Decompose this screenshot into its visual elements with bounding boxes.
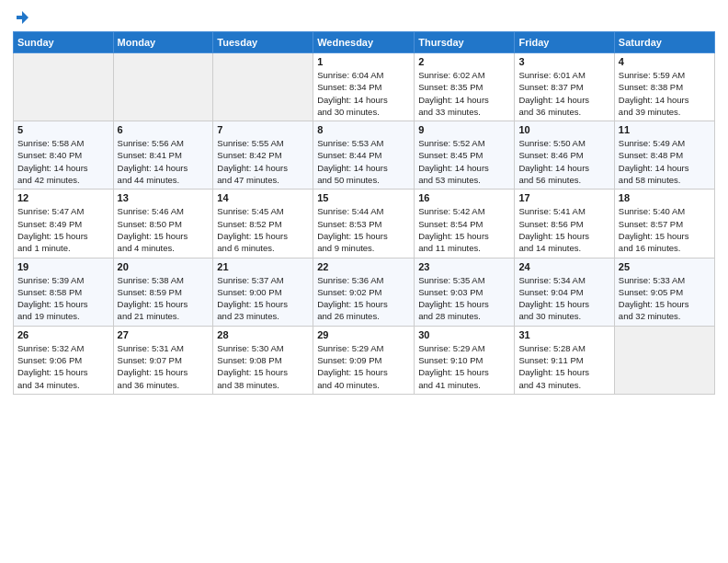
- day-number: 7: [217, 124, 309, 135]
- calendar-cell: 19Sunrise: 5:39 AMSunset: 8:58 PMDayligh…: [14, 258, 114, 326]
- day-info: Sunrise: 5:56 AMSunset: 8:41 PMDaylight:…: [118, 137, 210, 186]
- day-info: Sunrise: 5:41 AMSunset: 8:56 PMDaylight:…: [518, 205, 609, 254]
- day-number: 4: [619, 56, 711, 67]
- week-row-1: 1Sunrise: 6:04 AMSunset: 8:34 PMDaylight…: [14, 53, 715, 121]
- day-info: Sunrise: 5:28 AMSunset: 9:11 PMDaylight:…: [518, 342, 609, 391]
- weekday-header-monday: Monday: [113, 32, 213, 53]
- calendar-cell: 12Sunrise: 5:47 AMSunset: 8:49 PMDayligh…: [14, 190, 114, 258]
- day-info: Sunrise: 5:31 AMSunset: 9:07 PMDaylight:…: [118, 342, 210, 391]
- calendar-cell: 14Sunrise: 5:45 AMSunset: 8:52 PMDayligh…: [213, 190, 313, 258]
- day-info: Sunrise: 5:46 AMSunset: 8:50 PMDaylight:…: [118, 205, 210, 254]
- day-number: 20: [118, 261, 210, 272]
- calendar-cell: 23Sunrise: 5:35 AMSunset: 9:03 PMDayligh…: [415, 258, 515, 326]
- day-number: 14: [217, 192, 309, 203]
- day-info: Sunrise: 5:44 AMSunset: 8:53 PMDaylight:…: [317, 205, 410, 254]
- calendar-cell: 2Sunrise: 6:02 AMSunset: 8:35 PMDaylight…: [415, 53, 515, 121]
- day-info: Sunrise: 5:32 AMSunset: 9:06 PMDaylight:…: [17, 342, 109, 391]
- day-number: 6: [118, 124, 210, 135]
- day-number: 17: [518, 192, 609, 203]
- calendar-cell: [614, 326, 714, 394]
- calendar-cell: 31Sunrise: 5:28 AMSunset: 9:11 PMDayligh…: [515, 326, 614, 394]
- day-info: Sunrise: 5:49 AMSunset: 8:48 PMDaylight:…: [619, 137, 711, 186]
- day-info: Sunrise: 5:37 AMSunset: 9:00 PMDaylight:…: [217, 274, 309, 323]
- calendar-cell: 3Sunrise: 6:01 AMSunset: 8:37 PMDaylight…: [515, 53, 614, 121]
- calendar-cell: 6Sunrise: 5:56 AMSunset: 8:41 PMDaylight…: [113, 121, 213, 190]
- week-row-3: 12Sunrise: 5:47 AMSunset: 8:49 PMDayligh…: [14, 190, 715, 258]
- day-info: Sunrise: 5:55 AMSunset: 8:42 PMDaylight:…: [217, 137, 309, 186]
- calendar-cell: 26Sunrise: 5:32 AMSunset: 9:06 PMDayligh…: [14, 326, 114, 394]
- week-row-2: 5Sunrise: 5:58 AMSunset: 8:40 PMDaylight…: [14, 121, 715, 190]
- day-number: 21: [217, 261, 309, 272]
- day-info: Sunrise: 5:35 AMSunset: 9:03 PMDaylight:…: [418, 274, 510, 323]
- calendar-cell: 10Sunrise: 5:50 AMSunset: 8:46 PMDayligh…: [515, 121, 614, 190]
- day-number: 10: [518, 124, 609, 135]
- calendar-cell: 16Sunrise: 5:42 AMSunset: 8:54 PMDayligh…: [415, 190, 515, 258]
- weekday-header-sunday: Sunday: [14, 32, 114, 53]
- calendar-cell: 20Sunrise: 5:38 AMSunset: 8:59 PMDayligh…: [113, 258, 213, 326]
- weekday-header-friday: Friday: [515, 32, 614, 53]
- day-info: Sunrise: 5:47 AMSunset: 8:49 PMDaylight:…: [17, 205, 109, 254]
- calendar-cell: 28Sunrise: 5:30 AMSunset: 9:08 PMDayligh…: [213, 326, 313, 394]
- day-number: 24: [518, 261, 609, 272]
- weekday-header-row: SundayMondayTuesdayWednesdayThursdayFrid…: [14, 32, 715, 53]
- day-info: Sunrise: 5:33 AMSunset: 9:05 PMDaylight:…: [619, 274, 711, 323]
- day-number: 11: [619, 124, 711, 135]
- weekday-header-thursday: Thursday: [415, 32, 515, 53]
- day-info: Sunrise: 5:29 AMSunset: 9:10 PMDaylight:…: [418, 342, 510, 391]
- day-number: 26: [17, 329, 109, 340]
- day-info: Sunrise: 5:34 AMSunset: 9:04 PMDaylight:…: [518, 274, 609, 323]
- day-info: Sunrise: 5:59 AMSunset: 8:38 PMDaylight:…: [619, 69, 711, 118]
- day-info: Sunrise: 5:45 AMSunset: 8:52 PMDaylight:…: [217, 205, 309, 254]
- calendar-table: SundayMondayTuesdayWednesdayThursdayFrid…: [13, 31, 715, 395]
- day-number: 1: [317, 56, 410, 67]
- day-info: Sunrise: 5:52 AMSunset: 8:45 PMDaylight:…: [418, 137, 510, 186]
- page: SundayMondayTuesdayWednesdayThursdayFrid…: [0, 0, 728, 563]
- day-info: Sunrise: 5:30 AMSunset: 9:08 PMDaylight:…: [217, 342, 309, 391]
- calendar-cell: 7Sunrise: 5:55 AMSunset: 8:42 PMDaylight…: [213, 121, 313, 190]
- calendar-cell: 21Sunrise: 5:37 AMSunset: 9:00 PMDayligh…: [213, 258, 313, 326]
- day-number: 5: [17, 124, 109, 135]
- weekday-header-tuesday: Tuesday: [213, 32, 313, 53]
- calendar-cell: [113, 53, 213, 121]
- calendar-cell: 4Sunrise: 5:59 AMSunset: 8:38 PMDaylight…: [614, 53, 714, 121]
- day-number: 29: [317, 329, 410, 340]
- day-info: Sunrise: 5:50 AMSunset: 8:46 PMDaylight:…: [518, 137, 609, 186]
- day-number: 18: [619, 192, 711, 203]
- day-number: 30: [418, 329, 510, 340]
- day-number: 25: [619, 261, 711, 272]
- day-number: 19: [17, 261, 109, 272]
- day-info: Sunrise: 5:53 AMSunset: 8:44 PMDaylight:…: [317, 137, 410, 186]
- day-number: 22: [317, 261, 410, 272]
- calendar-cell: 11Sunrise: 5:49 AMSunset: 8:48 PMDayligh…: [614, 121, 714, 190]
- week-row-4: 19Sunrise: 5:39 AMSunset: 8:58 PMDayligh…: [14, 258, 715, 326]
- calendar-cell: 8Sunrise: 5:53 AMSunset: 8:44 PMDaylight…: [313, 121, 415, 190]
- day-info: Sunrise: 5:36 AMSunset: 9:02 PMDaylight:…: [317, 274, 410, 323]
- day-info: Sunrise: 5:39 AMSunset: 8:58 PMDaylight:…: [17, 274, 109, 323]
- day-number: 3: [518, 56, 609, 67]
- calendar-cell: 22Sunrise: 5:36 AMSunset: 9:02 PMDayligh…: [313, 258, 415, 326]
- logo-icon: [14, 9, 30, 26]
- week-row-5: 26Sunrise: 5:32 AMSunset: 9:06 PMDayligh…: [14, 326, 715, 394]
- day-number: 28: [217, 329, 309, 340]
- day-info: Sunrise: 5:42 AMSunset: 8:54 PMDaylight:…: [418, 205, 510, 254]
- logo: [13, 9, 31, 26]
- day-info: Sunrise: 5:40 AMSunset: 8:57 PMDaylight:…: [619, 205, 711, 254]
- day-number: 27: [118, 329, 210, 340]
- day-number: 16: [418, 192, 510, 203]
- weekday-header-wednesday: Wednesday: [313, 32, 415, 53]
- day-info: Sunrise: 6:01 AMSunset: 8:37 PMDaylight:…: [518, 69, 609, 118]
- calendar-cell: 5Sunrise: 5:58 AMSunset: 8:40 PMDaylight…: [14, 121, 114, 190]
- day-number: 23: [418, 261, 510, 272]
- svg-marker-0: [17, 11, 28, 24]
- day-number: 12: [17, 192, 109, 203]
- calendar-cell: 17Sunrise: 5:41 AMSunset: 8:56 PMDayligh…: [515, 190, 614, 258]
- calendar-cell: 18Sunrise: 5:40 AMSunset: 8:57 PMDayligh…: [614, 190, 714, 258]
- day-info: Sunrise: 5:58 AMSunset: 8:40 PMDaylight:…: [17, 137, 109, 186]
- calendar-cell: [213, 53, 313, 121]
- day-info: Sunrise: 6:02 AMSunset: 8:35 PMDaylight:…: [418, 69, 510, 118]
- day-info: Sunrise: 5:38 AMSunset: 8:59 PMDaylight:…: [118, 274, 210, 323]
- header: [13, 9, 715, 26]
- calendar-cell: 29Sunrise: 5:29 AMSunset: 9:09 PMDayligh…: [313, 326, 415, 394]
- calendar-cell: 15Sunrise: 5:44 AMSunset: 8:53 PMDayligh…: [313, 190, 415, 258]
- day-number: 9: [418, 124, 510, 135]
